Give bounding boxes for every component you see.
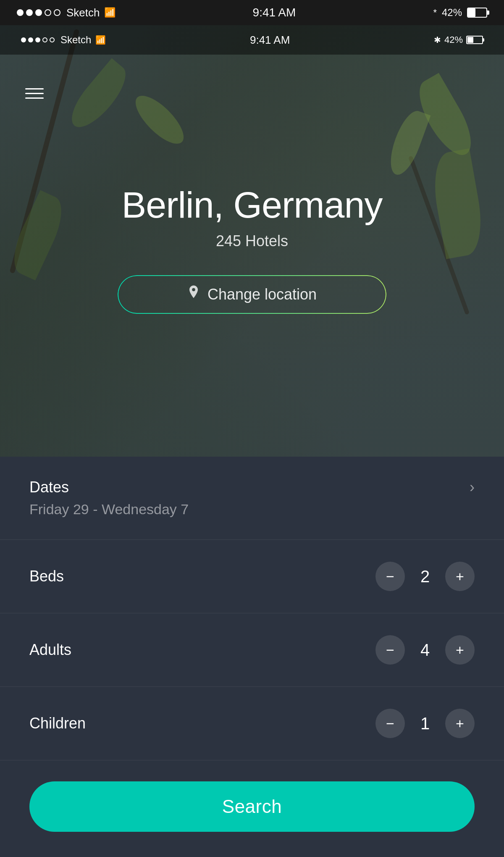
outer-right-status: * 42% <box>433 7 487 18</box>
adults-value: 4 <box>417 641 433 660</box>
inner-app-name: Sketch <box>60 34 91 46</box>
outer-app-name: Sketch <box>66 6 100 19</box>
dates-section[interactable]: Dates › Friday 29 - Wednesday 7 <box>0 457 504 540</box>
inner-battery-fill <box>467 37 473 43</box>
inner-time: 9:41 AM <box>250 34 290 47</box>
change-location-button[interactable]: Change location <box>118 275 386 314</box>
leaf-decor-6 <box>129 89 191 151</box>
adults-label: Adults <box>29 641 71 659</box>
adults-decrement-button[interactable]: − <box>375 635 405 665</box>
inner-bluetooth-icon: ✱ <box>434 35 441 45</box>
leaf-decor-1 <box>410 73 480 162</box>
inner-battery-tip <box>483 38 484 42</box>
dates-value: Friday 29 - Wednesday 7 <box>29 501 189 518</box>
leaf-decor-5 <box>5 190 71 280</box>
search-button[interactable]: Search <box>29 781 475 832</box>
hotels-count: 245 Hotels <box>118 232 386 250</box>
beds-decrement-button[interactable]: − <box>375 562 405 591</box>
dates-chevron-icon: › <box>470 478 475 496</box>
children-decrement-button[interactable]: − <box>375 709 405 738</box>
signal-dot-5 <box>54 9 60 16</box>
beds-section: Beds − 2 + <box>0 540 504 613</box>
menu-button[interactable] <box>25 88 44 99</box>
dates-label: Dates <box>29 478 69 496</box>
signal-dot-3 <box>35 9 42 16</box>
outer-time: 9:41 AM <box>253 6 296 19</box>
signal-dot-2 <box>26 9 33 16</box>
menu-line-1 <box>25 88 44 89</box>
change-location-text: Change location <box>207 286 317 303</box>
outer-battery-percent: 42% <box>442 7 462 18</box>
inner-signal-dot-5 <box>50 37 55 42</box>
inner-status-bar: Sketch 📶 9:41 AM ✱ 42% <box>0 25 504 55</box>
inner-wifi-icon: 📶 <box>95 35 106 45</box>
inner-signal-dot-1 <box>21 37 26 42</box>
battery-fill <box>468 8 475 17</box>
signal-dots <box>17 9 60 16</box>
leaf-decor-2 <box>384 107 430 179</box>
phone-screen: Sketch 📶 9:41 AM ✱ 42% <box>0 25 504 857</box>
search-section: Search <box>0 760 504 857</box>
change-location-btn-inner[interactable]: Change location <box>118 275 386 314</box>
bottom-panel: Dates › Friday 29 - Wednesday 7 Beds − 2… <box>0 457 504 857</box>
bluetooth-icon: * <box>433 7 437 18</box>
menu-line-3 <box>25 97 44 99</box>
signal-dot-4 <box>45 9 51 16</box>
outer-status-bar: Sketch 📶 9:41 AM * 42% <box>0 0 504 25</box>
leaf-decor-4 <box>428 148 488 259</box>
outer-wifi-icon: 📶 <box>104 7 116 18</box>
inner-right-status: ✱ 42% <box>434 34 483 45</box>
hero-section: Berlin, Germany 245 Hotels Change locati… <box>0 25 504 457</box>
children-label: Children <box>29 715 86 732</box>
hero-content: Berlin, Germany 245 Hotels Change locati… <box>118 185 386 314</box>
beds-label: Beds <box>29 568 64 585</box>
inner-signal-dot-3 <box>35 37 40 42</box>
inner-signal-dot-2 <box>28 37 33 42</box>
leaf-decor-3 <box>63 58 134 135</box>
inner-battery-percent: 42% <box>444 34 463 45</box>
dates-header: Dates › <box>29 478 475 496</box>
beds-stepper: − 2 + <box>375 562 475 591</box>
children-value: 1 <box>417 714 433 733</box>
beds-increment-button[interactable]: + <box>445 562 475 591</box>
location-pin-icon <box>187 285 200 304</box>
adults-stepper: − 4 + <box>375 635 475 665</box>
children-stepper: − 1 + <box>375 709 475 738</box>
inner-battery-icon <box>466 36 483 44</box>
adults-increment-button[interactable]: + <box>445 635 475 665</box>
outer-battery-icon <box>467 8 487 18</box>
children-increment-button[interactable]: + <box>445 709 475 738</box>
beds-value: 2 <box>417 567 433 586</box>
menu-line-2 <box>25 93 44 94</box>
children-section: Children − 1 + <box>0 687 504 760</box>
adults-section: Adults − 4 + <box>0 613 504 687</box>
signal-dot-1 <box>17 9 24 16</box>
inner-signal-dot-4 <box>42 37 47 42</box>
city-name: Berlin, Germany <box>118 185 386 226</box>
